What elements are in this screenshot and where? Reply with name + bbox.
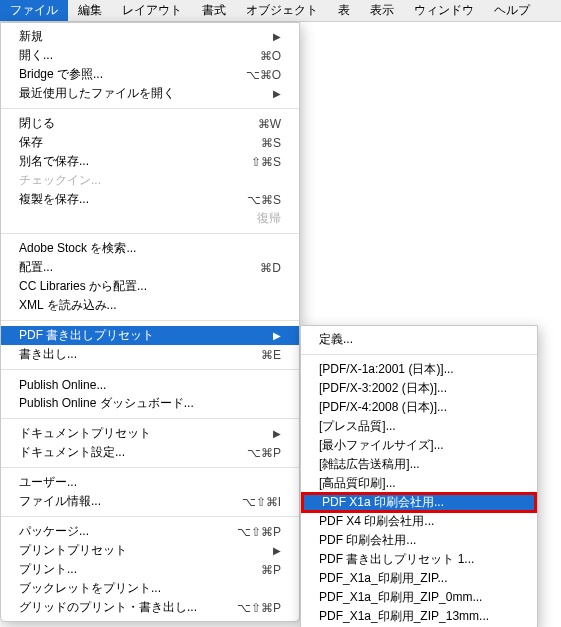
menu-item[interactable]: 保存⌘S — [1, 133, 299, 152]
menu-item-label: ファイル情報... — [19, 493, 227, 510]
menu-item-label: ドキュメント設定... — [19, 444, 227, 461]
menu-item-label: Publish Online ダッシュボード... — [19, 395, 281, 412]
menu-item[interactable]: グリッドのプリント・書き出し...⌥⇧⌘P — [1, 598, 299, 617]
menu-item-shortcut: ⌥⇧⌘P — [227, 525, 281, 539]
menu-separator — [1, 516, 299, 517]
menu-item-shortcut: ⌥⌘P — [227, 446, 281, 460]
menu-item[interactable]: [最小ファイルサイズ]... — [301, 436, 537, 455]
menu-item-label: [PDF/X-3:2002 (日本)]... — [319, 380, 519, 397]
menu-item[interactable]: CC Libraries から配置... — [1, 277, 299, 296]
menu-item[interactable]: ドキュメント設定...⌥⌘P — [1, 443, 299, 462]
menu-separator — [1, 320, 299, 321]
menu-bar-item[interactable]: オブジェクト — [236, 0, 328, 21]
menu-item-shortcut: ⌘P — [227, 563, 281, 577]
menu-item-label: PDF X4 印刷会社用... — [319, 513, 519, 530]
menu-bar-item[interactable]: レイアウト — [112, 0, 192, 21]
menu-item-shortcut: ⌘S — [227, 136, 281, 150]
menu-item-label: 定義... — [319, 331, 519, 348]
menu-item-label: 復帰 — [19, 210, 281, 227]
menu-bar-item[interactable]: ヘルプ — [484, 0, 540, 21]
menu-item-label: [プレス品質]... — [319, 418, 519, 435]
submenu-arrow-icon: ▶ — [273, 88, 281, 99]
menu-item-label: [PDF/X-4:2008 (日本)]... — [319, 399, 519, 416]
menu-item-label: 別名で保存... — [19, 153, 227, 170]
menu-item[interactable]: パッケージ...⌥⇧⌘P — [1, 522, 299, 541]
menu-item-label: ユーザー... — [19, 474, 281, 491]
menu-item[interactable]: PDF 印刷会社用... — [301, 531, 537, 550]
menu-item-shortcut: ⌘D — [227, 261, 281, 275]
menu-item-label: PDF X1a 印刷会社用... — [322, 494, 516, 511]
menu-separator — [1, 369, 299, 370]
menu-item-shortcut: ⇧⌘S — [227, 155, 281, 169]
menu-item[interactable]: 複製を保存...⌥⌘S — [1, 190, 299, 209]
menu-bar-item[interactable]: 表 — [328, 0, 360, 21]
submenu-arrow-icon: ▶ — [273, 330, 281, 341]
menu-bar-item[interactable]: 編集 — [68, 0, 112, 21]
menu-item[interactable]: 別名で保存...⇧⌘S — [1, 152, 299, 171]
menu-item[interactable]: PDF X1a 印刷会社用... — [304, 495, 534, 510]
menu-bar-item[interactable]: 書式 — [192, 0, 236, 21]
menu-item-shortcut: ⌥⌘O — [227, 68, 281, 82]
menu-item-label: XML を読み込み... — [19, 297, 281, 314]
menu-item-label: プリントプリセット — [19, 542, 267, 559]
menu-item-label: Adobe Stock を検索... — [19, 240, 281, 257]
menu-item[interactable]: 閉じる⌘W — [1, 114, 299, 133]
menu-item-label: Bridge で参照... — [19, 66, 227, 83]
menu-item[interactable]: PDF_X1a_印刷用_ZIP_13mm... — [301, 607, 537, 626]
menu-item[interactable]: ドキュメントプリセット▶ — [1, 424, 299, 443]
menu-item[interactable]: [PDF/X-4:2008 (日本)]... — [301, 398, 537, 417]
menu-bar-item[interactable]: 表示 — [360, 0, 404, 21]
menu-item-shortcut: ⌘O — [227, 49, 281, 63]
menu-item[interactable]: [プレス品質]... — [301, 417, 537, 436]
menu-item[interactable]: ファイル情報...⌥⇧⌘I — [1, 492, 299, 511]
menu-bar: ファイル編集レイアウト書式オブジェクト表表示ウィンドウヘルプ — [0, 0, 561, 22]
menu-separator — [1, 467, 299, 468]
menu-item-label: チェックイン... — [19, 172, 281, 189]
menu-item-shortcut: ⌥⇧⌘P — [227, 601, 281, 615]
menu-item[interactable]: Bridge で参照...⌥⌘O — [1, 65, 299, 84]
menu-item[interactable]: [PDF/X-3:2002 (日本)]... — [301, 379, 537, 398]
menu-item[interactable]: XML を読み込み... — [1, 296, 299, 315]
menu-item-label: 閉じる — [19, 115, 227, 132]
menu-item[interactable]: 定義... — [301, 330, 537, 349]
file-menu-dropdown: 新規▶開く...⌘OBridge で参照...⌥⌘O最近使用したファイルを開く▶… — [0, 22, 300, 622]
menu-item[interactable]: 配置...⌘D — [1, 258, 299, 277]
menu-item: 復帰 — [1, 209, 299, 228]
menu-item-label: ドキュメントプリセット — [19, 425, 267, 442]
menu-item-label: 複製を保存... — [19, 191, 227, 208]
menu-item[interactable]: プリントプリセット▶ — [1, 541, 299, 560]
menu-item[interactable]: 最近使用したファイルを開く▶ — [1, 84, 299, 103]
menu-bar-item[interactable]: ファイル — [0, 0, 68, 21]
menu-item[interactable]: 新規▶ — [1, 27, 299, 46]
menu-item[interactable]: [PDF/X-1a:2001 (日本)]... — [301, 360, 537, 379]
menu-item[interactable]: PDF_X1a_印刷用_ZIP... — [301, 569, 537, 588]
menu-item-label: CC Libraries から配置... — [19, 278, 281, 295]
menu-item[interactable]: PDF 書き出しプリセット▶ — [1, 326, 299, 345]
menu-separator — [301, 354, 537, 355]
menu-item[interactable]: [高品質印刷]... — [301, 474, 537, 493]
menu-item[interactable]: 書き出し...⌘E — [1, 345, 299, 364]
menu-item: チェックイン... — [1, 171, 299, 190]
menu-item[interactable]: ユーザー... — [1, 473, 299, 492]
submenu-arrow-icon: ▶ — [273, 545, 281, 556]
menu-item[interactable]: [雑誌広告送稿用]... — [301, 455, 537, 474]
menu-item[interactable]: Publish Online ダッシュボード... — [1, 394, 299, 413]
menu-bar-item[interactable]: ウィンドウ — [404, 0, 484, 21]
menu-item[interactable]: PDF_X1a_印刷用_ZIP_0mm... — [301, 588, 537, 607]
menu-item[interactable]: Adobe Stock を検索... — [1, 239, 299, 258]
menu-item-label: [最小ファイルサイズ]... — [319, 437, 519, 454]
menu-item[interactable]: Publish Online... — [1, 375, 299, 394]
menu-item-label: プリント... — [19, 561, 227, 578]
menu-item[interactable]: ブックレットをプリント... — [1, 579, 299, 598]
menu-item[interactable]: 開く...⌘O — [1, 46, 299, 65]
menu-item-label: 書き出し... — [19, 346, 227, 363]
menu-separator — [1, 418, 299, 419]
menu-item[interactable]: PDF X4 印刷会社用... — [301, 512, 537, 531]
menu-item-label: PDF 書き出しプリセット 1... — [319, 551, 519, 568]
menu-item-label: PDF 印刷会社用... — [319, 532, 519, 549]
menu-item[interactable]: PDF 書き出しプリセット 1... — [301, 550, 537, 569]
menu-item-label: パッケージ... — [19, 523, 227, 540]
menu-item-label: PDF_X1a_印刷用_ZIP_13mm... — [319, 608, 519, 625]
menu-item-label: PDF 書き出しプリセット — [19, 327, 267, 344]
menu-item[interactable]: プリント...⌘P — [1, 560, 299, 579]
